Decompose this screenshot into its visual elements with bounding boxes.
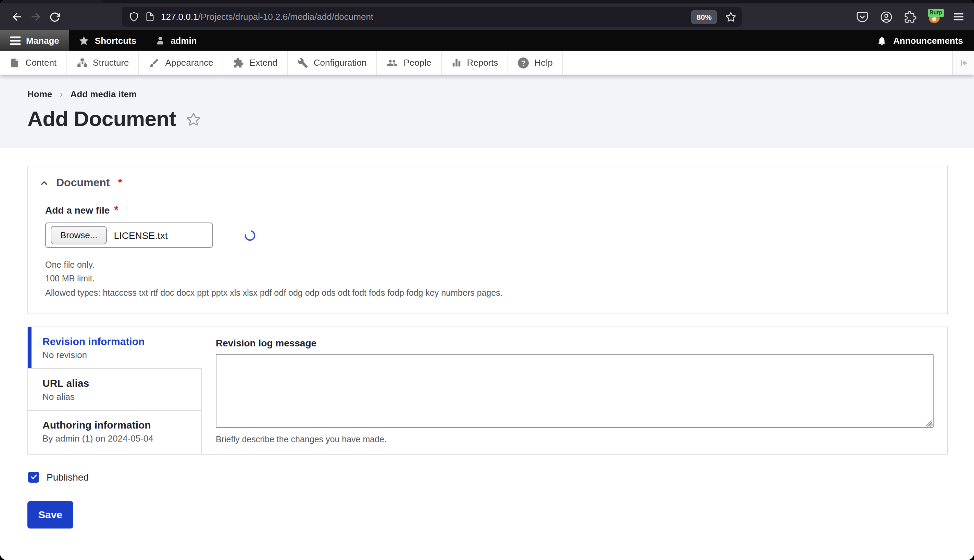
menu-label: Extend: [250, 58, 277, 68]
tab-label: URL alias: [42, 377, 192, 389]
page-header: Home › Add media item Add Document: [0, 75, 974, 148]
puzzle-icon: [233, 57, 244, 68]
tab-summary: By admin (1) on 2024-05-04: [42, 433, 192, 443]
menu-spacer: [563, 51, 952, 75]
page-title: Add Document: [27, 107, 176, 132]
tab-url-alias[interactable]: URL alias No alias: [28, 368, 201, 410]
url-host: 127.0.0.1: [161, 12, 198, 22]
page-info-icon[interactable]: [145, 12, 155, 22]
file-upload-input[interactable]: Browse... LICENSE.txt: [45, 222, 213, 248]
menu-item-content[interactable]: Content: [0, 51, 67, 75]
menu-item-help[interactable]: ? Help: [509, 51, 563, 75]
burp-badge: Burp: [928, 9, 944, 17]
tab-revision-information[interactable]: Revision information No revision: [28, 327, 202, 368]
revision-log-label: Revision log message: [216, 338, 934, 348]
url-bar[interactable]: 127.0.0.1/Projects/drupal-10.2.6/media/a…: [122, 7, 742, 27]
menu-item-people[interactable]: People: [377, 51, 441, 75]
media-add-form: Document * Add a new file * Browse... LI…: [0, 148, 974, 528]
browser-actions: Burp: [856, 10, 964, 23]
menu-hamburger-icon[interactable]: [953, 11, 964, 23]
forward-arrow-icon: [30, 11, 42, 23]
file-desc-line: 100 MB limit.: [45, 272, 936, 286]
file-desc-line: Allowed types: htaccess txt rtf doc docx…: [45, 286, 936, 300]
pocket-icon[interactable]: [856, 11, 869, 23]
wrench-icon: [297, 57, 308, 68]
tab-summary: No revision: [42, 350, 192, 360]
vertical-tabs-menu: Revision information No revision URL ali…: [28, 327, 202, 454]
revision-information-panel: Revision log message Briefly describe th…: [202, 327, 947, 454]
url-path: /Projects/drupal-10.2.6/media/add/docume…: [198, 12, 373, 22]
save-button[interactable]: Save: [27, 501, 73, 528]
toolbar-item-manage[interactable]: Manage: [0, 30, 70, 51]
tab-authoring-information[interactable]: Authoring information By admin (1) on 20…: [28, 410, 201, 452]
toolbar-user-label: admin: [170, 35, 197, 45]
document-icon: [10, 57, 20, 68]
sitemap-icon: [76, 57, 87, 68]
screen: 127.0.0.1/Projects/drupal-10.2.6/media/a…: [0, 0, 974, 560]
burp-extension-icon[interactable]: Burp: [928, 10, 941, 23]
tab-summary: No alias: [42, 392, 192, 402]
required-marker: *: [118, 177, 122, 189]
breadcrumb: Home › Add media item: [27, 88, 974, 99]
browser-toolbar: 127.0.0.1/Projects/drupal-10.2.6/media/a…: [0, 3, 974, 30]
file-desc-line: One file only.: [45, 258, 936, 272]
menu-label: Help: [535, 58, 553, 68]
required-marker: *: [114, 204, 118, 216]
toolbar-orientation-toggle[interactable]: [952, 51, 974, 75]
revision-log-description: Briefly describe the changes you have ma…: [216, 435, 934, 444]
file-field-description: One file only. 100 MB limit. Allowed typ…: [45, 258, 936, 300]
menu-item-appearance[interactable]: Appearance: [139, 51, 224, 75]
upload-progress-spinner-icon: [244, 229, 256, 241]
forward-button[interactable]: [26, 7, 45, 27]
pin-left-icon: [958, 58, 969, 67]
title-star-icon[interactable]: [185, 111, 201, 127]
back-button[interactable]: [7, 7, 26, 27]
bar-chart-icon: [451, 58, 461, 68]
paintbrush-icon: [149, 57, 160, 68]
document-fieldset-legend[interactable]: Document *: [39, 177, 936, 189]
bell-icon: [877, 35, 887, 45]
user-icon: [155, 36, 165, 45]
vertical-tabs: Revision information No revision URL ali…: [27, 327, 948, 455]
toolbar-item-shortcuts[interactable]: Shortcuts: [70, 30, 146, 51]
menu-label: Reports: [467, 58, 498, 68]
fieldset-legend-label: Document: [56, 177, 110, 189]
breadcrumb-current: Add media item: [70, 89, 137, 99]
extensions-puzzle-icon[interactable]: [904, 11, 916, 23]
revision-log-textarea[interactable]: [216, 354, 934, 428]
back-arrow-icon: [11, 11, 22, 23]
menu-item-configuration[interactable]: Configuration: [288, 51, 377, 75]
question-icon: ?: [518, 57, 529, 68]
reload-icon: [49, 11, 60, 22]
breadcrumb-home-link[interactable]: Home: [27, 89, 52, 99]
browse-button[interactable]: Browse...: [51, 226, 107, 244]
tab-label: Authoring information: [42, 419, 192, 431]
reload-button[interactable]: [45, 7, 64, 27]
tab-label: Revision information: [42, 335, 192, 347]
chevron-up-icon: [39, 178, 49, 188]
menu-item-structure[interactable]: Structure: [67, 51, 139, 75]
toolbar-item-announcements[interactable]: Announcements: [866, 30, 974, 51]
menu-label: Content: [25, 58, 57, 68]
shortcuts-star-icon: [79, 35, 89, 45]
tracking-shield-icon[interactable]: [129, 12, 139, 22]
admin-menu-bar: Content Structure Appearance Extend Conf…: [0, 51, 974, 75]
toolbar-item-user[interactable]: admin: [146, 30, 207, 51]
menu-item-reports[interactable]: Reports: [441, 51, 508, 75]
toolbar-manage-label: Manage: [26, 35, 59, 45]
admin-toolbar: Manage Shortcuts admin Announcements: [0, 30, 974, 51]
menu-label: Appearance: [165, 58, 213, 68]
bookmark-star-icon[interactable]: [725, 11, 736, 22]
people-icon: [386, 57, 398, 68]
published-label: Published: [47, 472, 89, 483]
manage-bars-icon: [10, 36, 20, 45]
published-field: Published: [27, 472, 948, 483]
zoom-level-badge[interactable]: 80%: [691, 10, 717, 23]
tabstrip-background: [101, 0, 974, 3]
menu-item-extend[interactable]: Extend: [224, 51, 288, 75]
account-icon[interactable]: [880, 11, 892, 23]
browser-tabstrip: [0, 0, 974, 3]
url-text: 127.0.0.1/Projects/drupal-10.2.6/media/a…: [161, 12, 373, 22]
file-field-label: Add a new file: [45, 205, 110, 216]
published-checkbox[interactable]: [28, 472, 39, 483]
